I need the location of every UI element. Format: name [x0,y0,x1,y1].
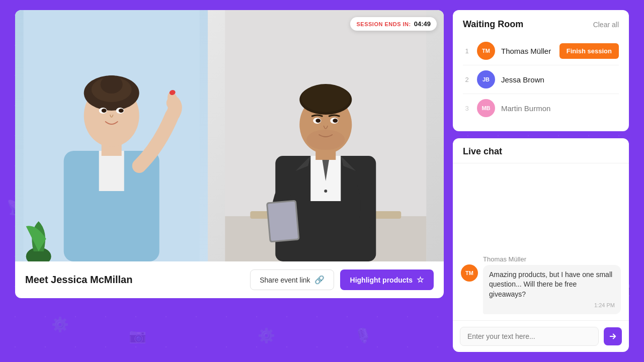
share-event-button[interactable]: Share event link 🔗 [250,269,334,290]
chat-timestamp: 1:24 PM [489,302,615,309]
item-number: 2 [463,76,471,83]
chat-title: Live chat [463,146,502,156]
waiting-room-header: Waiting Room Clear all [463,19,619,30]
attendee-name: Martin Burmon [501,104,619,113]
waiting-item-partial: 3 MB Martin Burmon [463,94,619,122]
waiting-item: 1 TM Thomas Müller Finish session [463,37,619,65]
svg-rect-3 [99,151,124,191]
presenter-name: Meet Jessica McMillan [25,274,132,286]
session-timer-badge: SESSION ENDS IN: 04:49 [350,17,437,31]
left-camera-feed [15,10,208,261]
svg-point-12 [119,109,124,113]
session-ends-label: SESSION ENDS IN: [356,21,411,27]
waiting-list: 1 TM Thomas Müller Finish session 2 JB J… [463,37,619,122]
svg-point-23 [325,190,328,193]
chat-input-area [453,320,629,352]
item-number: 3 [463,105,471,112]
link-icon: 🔗 [314,275,325,285]
svg-point-31 [333,119,338,123]
video-area: SESSION ENDS IN: 04:49 [15,10,444,261]
chat-bubble: Amazing products, but I have one small q… [483,265,621,314]
svg-point-32 [307,130,345,150]
chat-messages: TM Thomas Müller Amazing products, but I… [453,163,629,320]
svg-point-30 [316,119,321,123]
svg-rect-34 [268,202,298,241]
send-icon [608,332,617,341]
chat-empty-space [461,169,621,249]
waiting-item: 2 JB Jessa Brown [463,65,619,94]
avatar: MB [477,99,495,117]
chat-message-content: Thomas Müller Amazing products, but I ha… [483,255,621,314]
chat-sender-name: Thomas Müller [483,255,621,263]
live-chat-card: Live chat TM Thomas Müller Amazing produ… [453,138,629,352]
action-buttons: Share event link 🔗 Highlight products ☆ [250,269,434,290]
star-icon: ☆ [417,275,424,285]
attendee-name: Thomas Müller [501,47,553,55]
send-message-button[interactable] [604,327,622,345]
avatar: JB [477,70,495,88]
share-label: Share event link [260,276,310,284]
right-camera-feed: SESSION ENDS IN: 04:49 [208,10,444,261]
finish-session-button[interactable]: Finish session [559,43,619,59]
waiting-room-title: Waiting Room [463,19,523,30]
session-countdown: 04:49 [414,20,431,28]
clear-all-button[interactable]: Clear all [593,21,619,29]
chat-input[interactable] [460,327,599,346]
chat-header: Live chat [453,138,629,163]
main-content-area: SESSION ENDS IN: 04:49 Meet Jessica McMi… [15,10,444,298]
chat-message-group: TM Thomas Müller Amazing products, but I… [461,255,621,314]
chat-avatar: TM [461,264,478,282]
highlight-products-button[interactable]: Highlight products ☆ [340,269,434,290]
avatar: TM [477,42,495,60]
waiting-room-card: Waiting Room Clear all 1 TM Thomas Mülle… [453,10,629,131]
item-number: 1 [463,47,471,55]
svg-point-11 [102,109,107,113]
attendee-name: Jessa Brown [501,75,619,84]
right-panel: Waiting Room Clear all 1 TM Thomas Mülle… [453,10,629,352]
bottom-action-bar: Meet Jessica McMillan Share event link 🔗… [15,261,444,298]
highlight-label: Highlight products [350,276,413,284]
svg-point-27 [302,84,350,112]
svg-point-8 [101,75,123,94]
